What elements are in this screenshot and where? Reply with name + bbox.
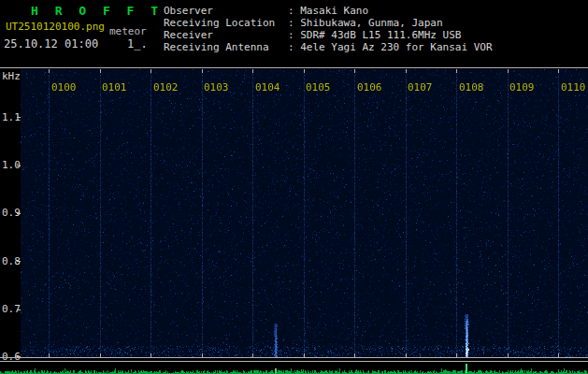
minute-counter: 1_. bbox=[127, 37, 148, 50]
header-separator-line bbox=[0, 67, 588, 68]
time-tick-label: 0103 bbox=[204, 82, 229, 93]
spectrogram-canvas bbox=[21, 69, 588, 357]
time-tick-label: 0101 bbox=[102, 82, 127, 93]
time-tick-label: 0107 bbox=[408, 82, 433, 93]
hrofft-output-screen: H R O F F T UT2510120100.png meteor 25.1… bbox=[0, 0, 588, 374]
time-tick-label: 0104 bbox=[255, 82, 280, 93]
time-tick-label: 0100 bbox=[51, 82, 77, 93]
app-title: H R O F F T bbox=[31, 4, 163, 18]
signal-level-canvas bbox=[0, 362, 588, 374]
meta-label: Receiving Location bbox=[164, 17, 288, 29]
time-tick-label: 0110 bbox=[561, 82, 586, 93]
meta-row-receiver: Receiver: SDR# 43dB L15 111.6MHz USB bbox=[164, 29, 493, 41]
meta-label: Receiver bbox=[164, 29, 288, 41]
observation-metadata-block: Observer: Masaki Kano Receiving Location… bbox=[164, 5, 493, 53]
meta-label: Receiving Antenna bbox=[164, 41, 288, 53]
meta-value: : 4ele Yagi Az 230 for Kansai VOR bbox=[288, 41, 493, 53]
meta-value: : Masaki Kano bbox=[288, 5, 368, 17]
frequency-axis-unit: kHz bbox=[2, 71, 22, 81]
meta-value: : SDR# 43dB L15 111.6MHz USB bbox=[288, 29, 461, 41]
output-filename: UT2510120100.png bbox=[6, 21, 105, 33]
time-tick-label: 0106 bbox=[357, 82, 382, 93]
spectrogram-bottom-border bbox=[0, 357, 588, 358]
meta-row-observer: Observer: Masaki Kano bbox=[164, 5, 493, 17]
time-tick-label: 0102 bbox=[153, 82, 179, 93]
time-tick-label: 0109 bbox=[509, 82, 535, 93]
time-tick-label: 0108 bbox=[459, 82, 484, 93]
meta-value: : Shibukawa, Gunma, Japan bbox=[288, 17, 443, 29]
date-time-label: 25.10.12 01:00 bbox=[4, 37, 98, 50]
observation-mode-label: meteor bbox=[109, 25, 147, 37]
meta-row-antenna: Receiving Antenna: 4ele Yagi Az 230 for … bbox=[164, 41, 493, 53]
time-tick-label: 0105 bbox=[306, 82, 331, 93]
meta-label: Observer bbox=[164, 5, 288, 17]
meta-row-location: Receiving Location: Shibukawa, Gunma, Ja… bbox=[164, 17, 493, 29]
